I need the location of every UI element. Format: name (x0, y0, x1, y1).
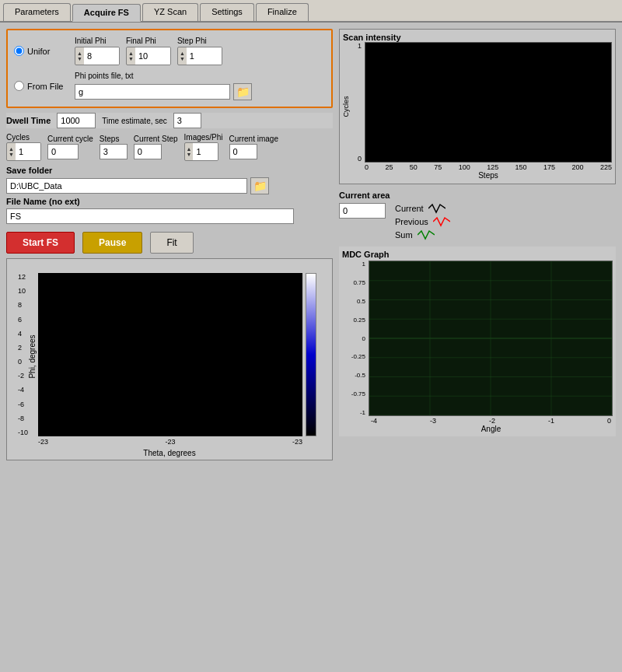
step-phi-input[interactable]: 1 (187, 47, 222, 65)
dwell-label: Dwell Time (6, 116, 51, 125)
initial-phi-spin-buttons[interactable]: ▲▼ (75, 50, 84, 62)
current-image-group: Current image 0 (229, 135, 278, 159)
dwell-input[interactable]: 1000 (57, 113, 96, 128)
scan-intensity-chart (365, 42, 612, 163)
save-folder-label: Save folder (6, 166, 333, 175)
bottom-chart-y-ticks: 121086420-2-4-6-8-10 (18, 273, 28, 436)
current-area-title: Current area (339, 191, 616, 200)
time-estimate-label: Time estimate, sec (102, 117, 167, 125)
save-folder-input[interactable]: D:\UBC_Data (6, 178, 247, 194)
file-input-row: g 📁 (75, 83, 252, 100)
current-cycle-input[interactable]: 0 (47, 144, 79, 159)
params-row: Cycles ▲▼ 1 Current cycle 0 Steps 3 Curr… (6, 133, 333, 161)
colorscale-labels: -0.5-0.4-0.3-0.2-0.1-0 (288, 273, 301, 436)
tab-yz-scan[interactable]: YZ Scan (142, 3, 198, 21)
legend-box: Current Previous Sum (395, 203, 450, 240)
file-row: Phi points file, txt g 📁 (75, 72, 252, 100)
images-phi-input[interactable]: 1 (193, 143, 218, 160)
time-estimate-input[interactable]: 3 (173, 113, 201, 128)
previous-legend-label: Previous (395, 217, 428, 226)
folder-row: D:\UBC_Data 📁 (6, 177, 333, 194)
final-phi-spinner[interactable]: ▲▼ 10 (126, 47, 171, 65)
scan-intensity-container: Scan intensity 10 Cycles 025507510012515… (339, 29, 616, 184)
mdc-y-ticks: 10.750.50.250-0.25-0.5-0.75-1 (342, 261, 367, 416)
initial-phi-spinner[interactable]: ▲▼ 8 (75, 47, 120, 65)
mdc-chart (369, 261, 613, 416)
phi-points-label: Phi points file, txt (75, 72, 252, 80)
mdc-graph-wrapper: 10.750.50.250-0.25-0.5-0.75-1 (342, 261, 613, 416)
current-step-input[interactable]: 0 (134, 144, 162, 159)
start-fs-button[interactable]: Start FS (6, 232, 75, 254)
unifor-radio[interactable] (14, 46, 24, 56)
from-file-label: From File (27, 82, 63, 91)
final-phi-input[interactable]: 10 (135, 47, 170, 65)
final-phi-spin-buttons[interactable]: ▲▼ (127, 50, 135, 62)
steps-input[interactable]: 3 (100, 144, 128, 159)
file-name-input[interactable]: FS (6, 208, 294, 224)
tab-settings[interactable]: Settings (200, 3, 254, 21)
unifor-row: Unifor Initial Phi ▲▼ 8 Final Phi (14, 37, 325, 65)
file-name-label: File Name (no ext) (6, 197, 333, 206)
step-phi-label: Step Phi (177, 37, 207, 45)
bottom-chart-y-label: Phi, degrees (28, 334, 37, 378)
button-row: Start FS Pause Fit (6, 232, 333, 254)
mdc-graph-title: MDC Graph (342, 250, 390, 259)
phi-box: Unifor Initial Phi ▲▼ 8 Final Phi (6, 29, 333, 108)
initial-phi-col: Initial Phi ▲▼ 8 (75, 37, 120, 65)
images-phi-label: Images/Phi (184, 133, 223, 142)
colorscale-bar (306, 273, 316, 436)
current-image-input[interactable]: 0 (229, 144, 257, 159)
legend-current: Current (395, 203, 450, 214)
phi-file-input[interactable]: g (75, 84, 230, 100)
cycles-label: Cycles (6, 133, 30, 142)
pause-button[interactable]: Pause (82, 232, 142, 254)
current-area-section: Current area 0 Current Previous (339, 191, 616, 240)
images-phi-group: Images/Phi ▲▼ 1 (184, 133, 223, 161)
tab-acquire-fs[interactable]: Acquire FS (72, 4, 141, 22)
scan-y-label: Cycles (342, 96, 350, 117)
save-section: Save folder D:\UBC_Data 📁 File Name (no … (6, 166, 333, 224)
cycles-input[interactable]: 1 (16, 143, 40, 160)
step-phi-spinner[interactable]: ▲▼ 1 (177, 47, 222, 65)
legend-previous: Previous (395, 216, 450, 227)
steps-group: Steps 3 (100, 135, 128, 159)
images-phi-spinner[interactable]: ▲▼ 1 (184, 142, 219, 161)
current-area-row: 0 Current Previous (339, 203, 616, 240)
mdc-x-label: Angle (369, 425, 613, 433)
step-phi-spin-buttons[interactable]: ▲▼ (178, 50, 187, 62)
mdc-x-ticks: -4-3-2-10 (369, 417, 613, 425)
current-legend-icon (428, 203, 446, 214)
bottom-chart-canvas (38, 273, 302, 436)
main-content: Unifor Initial Phi ▲▼ 8 Final Phi (0, 23, 622, 670)
save-folder-browse-button[interactable]: 📁 (250, 177, 269, 194)
legend-sum: Sum (395, 229, 450, 240)
current-step-label: Current Step (134, 135, 178, 143)
fit-button[interactable]: Fit (150, 232, 193, 254)
initial-phi-label: Initial Phi (75, 37, 107, 45)
left-panel: Unifor Initial Phi ▲▼ 8 Final Phi (6, 29, 333, 663)
cycles-group: Cycles ▲▼ 1 (6, 133, 41, 161)
tab-parameters[interactable]: Parameters (3, 3, 71, 21)
current-image-label: Current image (229, 135, 278, 143)
unifor-label: Unifor (27, 47, 50, 56)
final-phi-label: Final Phi (126, 37, 156, 45)
tab-bar: Parameters Acquire FS YZ Scan Settings F… (0, 0, 622, 23)
initial-phi-input[interactable]: 8 (84, 47, 119, 65)
sum-legend-label: Sum (395, 230, 413, 240)
current-area-input[interactable]: 0 (339, 203, 386, 219)
phi-file-browse-button[interactable]: 📁 (233, 83, 252, 100)
scan-intensity-title: Scan intensity (343, 33, 401, 42)
step-phi-col: Step Phi ▲▼ 1 (177, 37, 222, 65)
current-cycle-label: Current cycle (47, 135, 93, 143)
final-phi-col: Final Phi ▲▼ 10 (126, 37, 171, 65)
right-panel: Scan intensity 10 Cycles 025507510012515… (339, 29, 616, 663)
cycles-spinner[interactable]: ▲▼ 1 (6, 142, 41, 161)
bottom-chart-x-ticks: -23-23-23 (38, 438, 302, 446)
tab-finalize[interactable]: Finalize (256, 3, 309, 21)
from-file-radio[interactable] (14, 81, 24, 91)
from-file-row: From File Phi points file, txt g 📁 (14, 72, 325, 100)
scan-intensity-chart-wrapper: 10 Cycles (343, 42, 612, 163)
sum-legend-icon (418, 229, 435, 240)
previous-legend-icon (433, 216, 450, 227)
bottom-chart-container: Phi, degrees 121086420-2-4-6-8-10 -0.5-0… (6, 258, 333, 460)
